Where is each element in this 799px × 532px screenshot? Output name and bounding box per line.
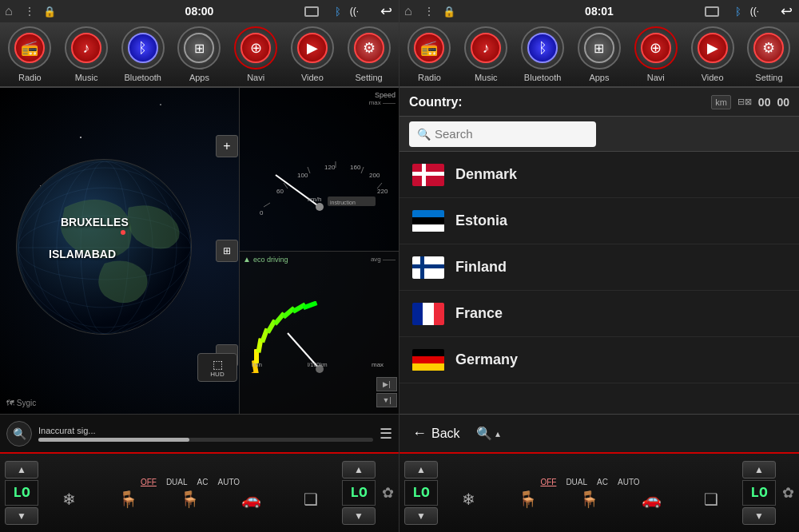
left-nav-radio[interactable]: 📻 Radio <box>2 26 57 82</box>
svg-text:100: 100 <box>297 172 308 179</box>
right-panel: ⌂ ⋮ 🔒 08:01 ᛒ ((· ↩ 📻 Radio ♪ Music ᛒ Bl… <box>400 0 799 532</box>
right-seat-left-icon[interactable]: 🪑 <box>518 490 538 509</box>
left-nav-bluetooth[interactable]: ᛒ Bluetooth <box>116 26 170 82</box>
right-climate-icons: OFF DUAL AC AUTO ❄ 🪑 🪑 🚗 ❑ <box>441 478 739 509</box>
left-nav-radio-label: Radio <box>18 73 42 82</box>
country-item-finland[interactable]: Finland <box>400 244 799 291</box>
country-header: Country: km ⊟⊠ 00 00 <box>400 88 799 117</box>
menu-button[interactable]: ☰ <box>380 425 392 443</box>
panel-btn-2[interactable]: ▼| <box>376 393 397 407</box>
left-panel: ⌂ ⋮ 🔒 08:00 ᛒ ((· ↩ 📻 Radio ♪ Music ᛒ Bl… <box>0 0 400 532</box>
country-name-france: France <box>455 305 503 322</box>
right-left-temp-down-button[interactable]: ▼ <box>404 507 438 525</box>
left-nav-music[interactable]: ♪ Music <box>59 26 113 82</box>
country-item-france[interactable]: France <box>400 291 799 337</box>
back-button[interactable]: ← Back <box>412 425 460 442</box>
left-nav-bar: 📻 Radio ♪ Music ᛒ Bluetooth ⊞ Apps ⊕ <box>0 22 399 88</box>
search-button[interactable]: 🔍 ▴ <box>476 426 500 441</box>
left-search-button[interactable]: 🔍 <box>6 421 32 447</box>
signal-track <box>38 438 373 442</box>
left-nav-video[interactable]: ▶ Video <box>285 26 340 82</box>
zoom-in-button[interactable]: + <box>216 135 238 157</box>
right-screen-icon <box>705 6 719 17</box>
left-temp-up-button[interactable]: ▲ <box>5 461 38 478</box>
right-nav-navi[interactable]: ⊕ Navi <box>629 26 683 82</box>
svg-text:60: 60 <box>276 188 284 195</box>
right-temp-down-button[interactable]: ▼ <box>342 507 376 525</box>
left-nav-navi[interactable]: ⊕ Navi <box>229 26 283 82</box>
svg-text:120: 120 <box>324 164 336 171</box>
svg-text:l/100km: l/100km <box>308 362 328 367</box>
country-header-label: Country: <box>409 95 463 109</box>
video-icon: ▶ <box>297 33 328 63</box>
seat-heat-right-icon[interactable]: 🪑 <box>180 490 200 509</box>
back-icon: ← <box>412 425 427 442</box>
right-setting-icon: ⚙ <box>753 33 784 63</box>
climate-labels: OFF DUAL AC AUTO <box>42 478 339 486</box>
right-defrost-icon[interactable]: ❄ <box>462 490 475 509</box>
back-arrow-icon[interactable]: ↩ <box>380 2 392 20</box>
right-left-temp-up-button[interactable]: ▲ <box>404 461 438 478</box>
right-navi-icon: ⊕ <box>641 33 671 63</box>
right-home-icon[interactable]: ⌂ <box>404 4 412 18</box>
right-dots-icon[interactable]: ⋮ <box>423 5 436 18</box>
hud-button[interactable]: ⬚ HUD <box>197 353 237 382</box>
car-icon[interactable]: 🚗 <box>241 490 261 509</box>
right-off-label: OFF <box>540 478 556 486</box>
country-item-denmark[interactable]: Denmark <box>400 152 799 198</box>
right-nav-radio[interactable]: 📻 Radio <box>402 26 456 82</box>
right-left-temp-display: LO <box>404 480 438 506</box>
right-seat-right-icon[interactable]: 🪑 <box>579 490 599 509</box>
svg-point-23 <box>316 203 324 211</box>
search-input[interactable] <box>409 121 596 147</box>
right-nav-bluetooth-label: Bluetooth <box>524 73 561 82</box>
country-item-germany[interactable]: Germany <box>400 337 799 383</box>
left-temp-down-button[interactable]: ▼ <box>5 507 38 525</box>
ac-panel-icon[interactable]: ❑ <box>304 490 318 509</box>
right-nav-radio-label: Radio <box>418 73 441 82</box>
right-nav-music-label: Music <box>475 73 498 82</box>
svg-text:0: 0 <box>260 209 264 215</box>
left-nav-apps[interactable]: ⊞ Apps <box>172 26 226 82</box>
dual-label: DUAL <box>166 478 188 486</box>
right-fan-icon[interactable]: ✿ <box>782 484 794 502</box>
svg-line-13 <box>361 167 364 173</box>
signal-text: Inaccurat sig... <box>38 426 373 435</box>
right-music-icon: ♪ <box>471 33 501 63</box>
right-right-temp-down-button[interactable]: ▼ <box>742 507 776 525</box>
right-right-temp-up-button[interactable]: ▲ <box>742 461 776 478</box>
speed-label: Speed <box>243 91 396 99</box>
right-nav-music[interactable]: ♪ Music <box>459 26 513 82</box>
eco-gauge: min max l/100km <box>243 264 396 411</box>
grid-button[interactable]: ⊞ <box>216 240 238 262</box>
right-bluetooth-nav-icon: ᛒ <box>527 33 558 63</box>
svg-text:200: 200 <box>369 172 380 179</box>
back-bar: ← Back 🔍 ▴ <box>400 414 799 452</box>
right-nav-bluetooth[interactable]: ᛒ Bluetooth <box>515 26 570 82</box>
country-item-estonia[interactable]: Estonia <box>400 198 799 244</box>
search-input-wrap: 🔍 <box>409 121 789 147</box>
defrost-front-icon[interactable]: ❄ <box>62 490 76 509</box>
country-name-finland: Finland <box>455 259 507 276</box>
right-nav-bar: 📻 Radio ♪ Music ᛒ Bluetooth ⊞ Apps ⊕ Nav… <box>400 22 799 88</box>
fan-icon[interactable]: ✿ <box>382 484 394 502</box>
speed-gauge: 0 60 100 120 160 200 220 km/h <box>243 106 396 248</box>
panel-btn-1[interactable]: ▶| <box>376 377 397 391</box>
country-name-denmark: Denmark <box>455 166 517 183</box>
right-auto-label: AUTO <box>618 478 640 486</box>
right-back-arrow-icon[interactable]: ↩ <box>781 2 793 20</box>
right-climate-bar: ▲ LO ▼ OFF DUAL AC AUTO ❄ 🪑 🪑 🚗 ❑ ▲ LO ▼ <box>400 452 799 532</box>
right-panel-icon[interactable]: ❑ <box>704 490 718 509</box>
seat-heat-left-icon[interactable]: 🪑 <box>118 490 138 509</box>
right-car-icon[interactable]: 🚗 <box>642 490 662 509</box>
left-nav-setting[interactable]: ⚙ Setting <box>342 26 396 82</box>
right-nav-setting[interactable]: ⚙ Setting <box>741 26 796 82</box>
right-nav-apps[interactable]: ⊞ Apps <box>572 26 626 82</box>
right-bluetooth-icon: ᛒ <box>735 6 741 18</box>
left-temp-display: LO <box>5 480 38 506</box>
home-icon[interactable]: ⌂ <box>5 4 13 18</box>
right-nav-video[interactable]: ▶ Video <box>686 26 740 82</box>
right-temp-up-button[interactable]: ▲ <box>342 461 376 478</box>
flag-denmark <box>412 164 444 186</box>
dots-icon[interactable]: ⋮ <box>24 5 37 18</box>
